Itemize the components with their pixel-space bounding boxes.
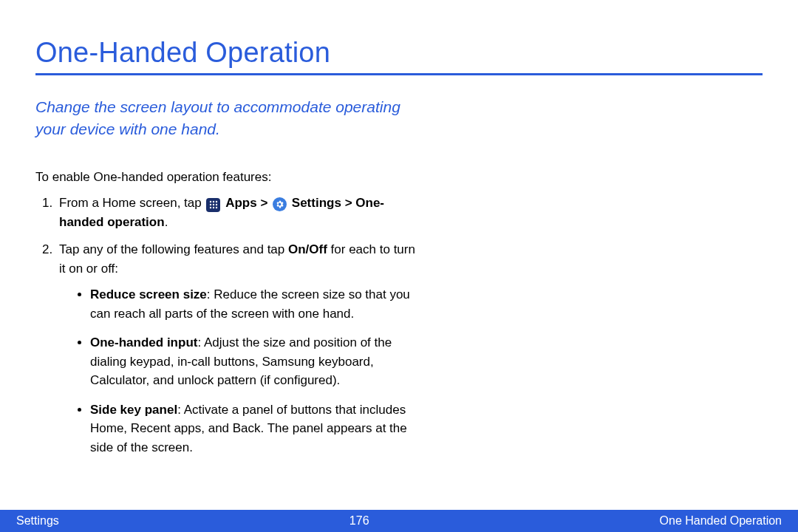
body-text: To enable One-handed operation features:… (35, 168, 420, 457)
svg-point-2 (216, 201, 217, 202)
svg-point-6 (210, 207, 211, 208)
svg-point-1 (213, 201, 214, 202)
sep-1: > (260, 196, 271, 210)
feature-term: Side key panel (90, 403, 177, 417)
list-item: Side key panel: Activate a panel of butt… (90, 400, 420, 457)
svg-point-4 (213, 204, 214, 205)
title-rule (35, 73, 763, 75)
step-1-pre: From a Home screen, tap (59, 196, 205, 210)
svg-point-5 (216, 204, 217, 205)
page-subtitle: Change the screen layout to accommodate … (35, 96, 420, 141)
intro-text: To enable One-handed operation features: (35, 168, 420, 187)
page-title: One-Handed Operation (35, 37, 763, 69)
footer-page-number: 176 (349, 514, 369, 528)
page-footer: Settings 176 One Handed Operation (0, 510, 798, 532)
step-1-post: . (165, 215, 168, 229)
list-item: One-handed input: Adjust the size and po… (90, 333, 420, 390)
sep-2: > (345, 196, 356, 210)
apps-icon (206, 198, 220, 212)
svg-point-8 (216, 207, 217, 208)
svg-point-0 (210, 201, 211, 202)
feature-list: Reduce screen size: Reduce the screen si… (59, 285, 420, 457)
list-item: Reduce screen size: Reduce the screen si… (90, 285, 420, 323)
footer-left: Settings (16, 514, 59, 528)
step-2-pre: Tap any of the following features and ta… (59, 242, 288, 256)
step-2: Tap any of the following features and ta… (56, 240, 420, 457)
steps-list: From a Home screen, tap Apps > Settings … (35, 194, 420, 457)
svg-point-3 (210, 204, 211, 205)
footer-right: One Handed Operation (660, 514, 782, 528)
settings-label: Settings (292, 196, 341, 210)
settings-icon (273, 197, 287, 211)
svg-point-7 (213, 207, 214, 208)
apps-label: Apps (225, 196, 257, 210)
feature-term: One-handed input (90, 335, 197, 349)
feature-term: Reduce screen size (90, 287, 207, 301)
step-1: From a Home screen, tap Apps > Settings … (56, 194, 420, 231)
onoff-label: On/Off (288, 242, 327, 256)
